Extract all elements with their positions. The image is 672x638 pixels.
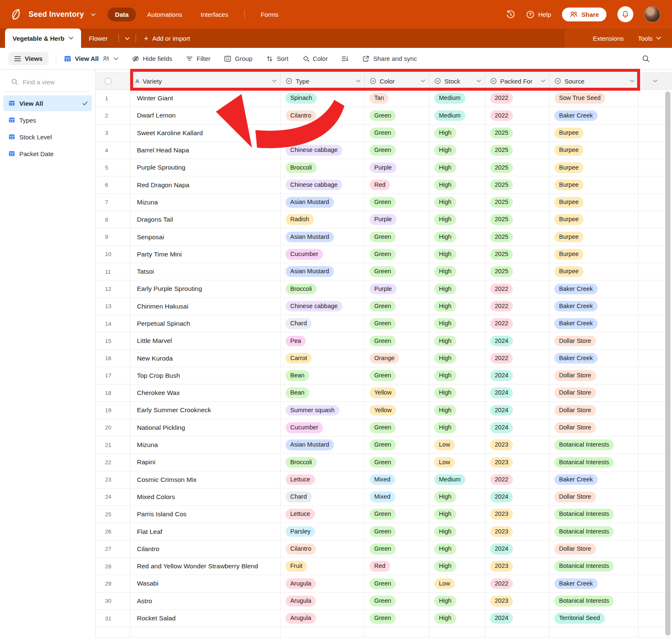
color-badge[interactable]: Red (370, 180, 390, 191)
packed-badge[interactable]: 2024 (490, 492, 513, 502)
source-cell[interactable]: Burpee (549, 159, 638, 176)
color-badge[interactable]: Green (370, 336, 396, 347)
type-cell[interactable]: Asian Mustard (281, 228, 365, 245)
type-cell[interactable]: Lettuce (281, 471, 365, 488)
packed-badge[interactable]: 2022 (490, 474, 513, 485)
find-view-search[interactable]: Find a view (0, 70, 95, 92)
source-cell[interactable]: Burpee (549, 176, 638, 193)
stock-badge[interactable]: High (434, 336, 456, 347)
type-cell[interactable]: Chard (281, 315, 365, 332)
help-button[interactable]: ? Help (526, 10, 551, 19)
source-badge[interactable]: Burpee (554, 197, 583, 208)
packed-for-cell[interactable]: 2023 (485, 558, 549, 575)
type-cell[interactable]: Parsley (281, 523, 365, 540)
packed-for-cell[interactable]: 2025 (485, 228, 549, 245)
packed-badge[interactable]: 2024 (490, 544, 513, 554)
variety-cell[interactable]: Chirimen Hakusai (137, 303, 188, 310)
type-cell[interactable]: Carrot (281, 350, 365, 366)
packed-badge[interactable]: 2025 (490, 145, 513, 156)
packed-for-cell[interactable]: 2023 (485, 437, 549, 453)
color-cell[interactable]: Green (365, 437, 429, 453)
type-cell[interactable]: Fruit (281, 558, 365, 575)
variety-cell[interactable]: Senposai (137, 233, 164, 241)
variety-cell[interactable]: Early Summer Crookneck (137, 406, 211, 414)
packed-for-cell[interactable]: 2023 (485, 454, 549, 471)
table-row[interactable]: 26 Flat Leaf Parsley Green High 2023 Bot… (96, 523, 672, 540)
color-badge[interactable]: Green (370, 526, 396, 537)
stock-cell[interactable]: Low (429, 454, 485, 471)
stock-badge[interactable]: Medium (434, 93, 465, 104)
type-cell[interactable]: Arugula (281, 610, 365, 627)
type-cell[interactable]: Broccoli (281, 159, 365, 176)
variety-cell[interactable]: Dragons Tail (137, 216, 173, 223)
source-cell[interactable]: Botanical Interests (549, 593, 638, 609)
tools-button[interactable]: Tools (638, 35, 661, 42)
packed-for-cell[interactable]: 2025 (485, 176, 549, 193)
variety-cell[interactable]: New Kuroda (137, 355, 173, 362)
column-header-type[interactable]: Type (281, 72, 365, 90)
source-cell[interactable]: Burpee (549, 194, 638, 211)
packed-for-cell[interactable]: 2024 (485, 367, 549, 384)
stock-cell[interactable]: High (429, 194, 485, 211)
type-badge[interactable]: Radish (286, 214, 314, 225)
type-cell[interactable]: Chinese cabbage (281, 142, 365, 159)
color-cell[interactable]: Orange (365, 350, 429, 366)
variety-cell[interactable]: Barrel Head Napa (137, 146, 189, 154)
tab-interfaces[interactable]: Interfaces (193, 8, 236, 21)
source-cell[interactable]: Botanical Interests (549, 523, 638, 540)
color-badge[interactable]: Green (370, 266, 396, 277)
type-badge[interactable]: Broccoli (286, 457, 317, 468)
type-badge[interactable]: Bean (286, 370, 309, 381)
color-cell[interactable]: Red (365, 176, 429, 193)
variety-cell[interactable]: Cherokee Wax (137, 389, 180, 397)
filter-button[interactable]: Filter (186, 55, 210, 63)
color-cell[interactable]: Purple (365, 280, 429, 297)
table-row[interactable]: 29 Wasabi Arugula Green Low 2022 Baker C… (96, 575, 672, 592)
source-badge[interactable]: Dollar Store (554, 422, 596, 433)
table-row[interactable]: 31 Rocket Salad Arugula Green High 2024 … (96, 610, 672, 627)
color-badge[interactable]: Green (370, 301, 396, 312)
sidebar-view-view-all[interactable]: View All (3, 95, 92, 111)
color-cell[interactable]: Green (365, 332, 429, 349)
stock-cell[interactable]: Medium (429, 107, 485, 124)
type-badge[interactable]: Carrot (286, 353, 312, 364)
base-title[interactable]: Seed Inventory (29, 10, 84, 19)
source-cell[interactable] (549, 627, 638, 638)
source-cell[interactable]: Burpee (549, 246, 638, 263)
stock-cell[interactable]: High (429, 142, 485, 159)
source-badge[interactable]: Botanical Interests (554, 457, 614, 468)
color-cell[interactable]: Green (365, 367, 429, 384)
source-badge[interactable]: Botanical Interests (554, 526, 614, 537)
user-avatar[interactable] (644, 6, 660, 22)
color-badge[interactable]: Red (370, 561, 390, 572)
color-cell[interactable]: Red (365, 558, 429, 575)
packed-badge[interactable]: 2022 (490, 110, 513, 121)
packed-badge[interactable]: 2024 (490, 422, 513, 433)
stock-cell[interactable]: High (429, 332, 485, 349)
stock-badge[interactable]: Medium (434, 110, 465, 121)
variety-cell[interactable]: Mizuna (137, 441, 158, 449)
packed-for-cell[interactable]: 2022 (485, 471, 549, 488)
source-badge[interactable]: Burpee (554, 128, 583, 139)
source-badge[interactable]: Botanical Interests (554, 561, 614, 572)
color-badge[interactable]: Green (370, 422, 396, 433)
packed-for-cell[interactable]: 2022 (485, 350, 549, 366)
color-badge[interactable]: Yellow (370, 387, 396, 398)
source-cell[interactable]: Botanical Interests (549, 437, 638, 453)
packed-badge[interactable]: 2024 (490, 387, 513, 398)
source-cell[interactable]: Burpee (549, 125, 638, 141)
packed-badge[interactable]: 2022 (490, 353, 513, 364)
packed-for-cell[interactable]: 2022 (485, 575, 549, 592)
packed-for-cell[interactable]: 2022 (485, 315, 549, 332)
source-badge[interactable]: Dollar Store (554, 405, 596, 416)
views-button[interactable]: Views (8, 52, 48, 65)
color-badge[interactable]: Green (370, 110, 396, 121)
packed-for-cell[interactable]: 2025 (485, 194, 549, 211)
type-cell[interactable]: Asian Mustard (281, 263, 365, 280)
packed-badge[interactable]: 2023 (490, 596, 513, 607)
type-badge[interactable]: Parsley (286, 526, 315, 537)
source-badge[interactable]: Burpee (554, 145, 583, 156)
source-cell[interactable]: Dollar Store (549, 367, 638, 384)
packed-for-cell[interactable]: 2024 (485, 402, 549, 418)
packed-for-cell[interactable]: 2025 (485, 211, 549, 228)
